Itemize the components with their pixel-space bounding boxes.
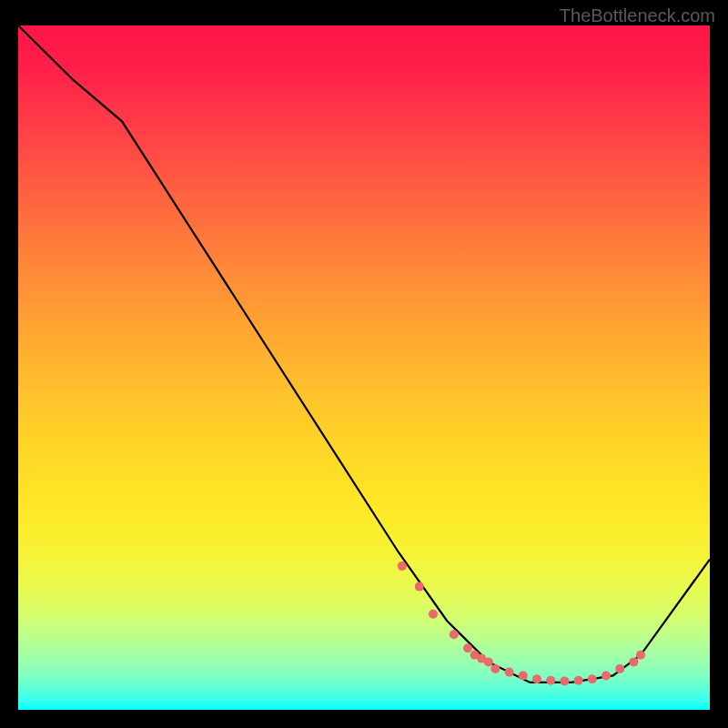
data-marker	[519, 671, 528, 680]
data-marker	[636, 651, 645, 660]
data-marker	[574, 676, 583, 685]
data-marker	[532, 674, 541, 683]
curve-line	[18, 25, 710, 682]
data-marker	[463, 643, 472, 652]
data-marker	[629, 657, 638, 666]
data-marker	[484, 657, 493, 666]
data-marker	[415, 582, 424, 592]
data-marker	[588, 674, 597, 683]
data-marker	[450, 630, 459, 639]
data-marker	[615, 664, 624, 673]
data-marker	[505, 668, 514, 677]
data-marker	[546, 676, 555, 685]
watermark-text: TheBottleneck.com	[560, 5, 715, 26]
data-markers	[398, 561, 645, 685]
data-marker	[429, 610, 438, 619]
data-marker	[398, 561, 407, 571]
data-marker	[490, 664, 500, 673]
data-marker	[560, 676, 569, 685]
chart-svg	[18, 25, 710, 710]
plot-area	[18, 25, 710, 710]
data-marker	[602, 671, 611, 680]
